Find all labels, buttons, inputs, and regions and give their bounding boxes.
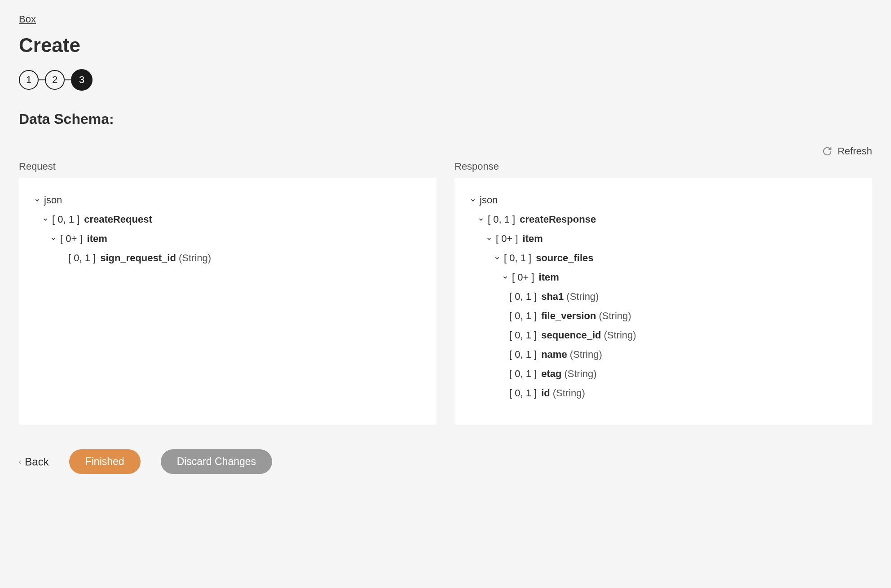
request-column: Request json [ 0, 1 ] createRequest [ — [19, 161, 437, 425]
cardinality: [ 0, 1 ] — [509, 289, 537, 304]
tree-node-id[interactable]: [ 0, 1 ] id (String) — [469, 383, 858, 403]
node-label: json — [44, 193, 62, 207]
node-name: etag — [541, 366, 561, 381]
step-1[interactable]: 1 — [19, 70, 39, 90]
node-name: item — [87, 231, 107, 246]
step-2[interactable]: 2 — [45, 70, 65, 90]
discard-button[interactable]: Discard Changes — [161, 449, 272, 474]
tree-node-name[interactable]: [ 0, 1 ] name (String) — [469, 345, 858, 364]
tree-node-create-request[interactable]: [ 0, 1 ] createRequest — [33, 210, 422, 229]
cardinality: [ 0, 1 ] — [509, 366, 537, 381]
node-type: (String) — [566, 289, 599, 304]
tree-node-etag[interactable]: [ 0, 1 ] etag (String) — [469, 364, 858, 383]
cardinality: [ 0, 1 ] — [68, 250, 96, 265]
tree-node-item[interactable]: [ 0+ ] item — [469, 268, 858, 287]
footer-actions: ‹ Back Finished Discard Changes — [19, 449, 872, 474]
cardinality: [ 0, 1 ] — [509, 308, 537, 323]
node-name: id — [541, 386, 550, 400]
tree-node-source-files[interactable]: [ 0, 1 ] source_files — [469, 248, 858, 268]
node-type: (String) — [599, 308, 631, 323]
cardinality: [ 0+ ] — [60, 231, 83, 246]
section-title: Data Schema: — [19, 111, 872, 127]
step-connector — [39, 79, 45, 80]
refresh-icon — [822, 146, 832, 156]
cardinality: [ 0, 1 ] — [509, 328, 537, 342]
cardinality: [ 0+ ] — [496, 231, 518, 246]
tree-node-sign-request-id[interactable]: · [ 0, 1 ] sign_request_id (String) — [33, 248, 422, 268]
cardinality: [ 0, 1 ] — [504, 250, 531, 265]
chevron-left-icon: ‹ — [19, 458, 21, 466]
node-name: file_version — [541, 308, 596, 323]
breadcrumb-link-box[interactable]: Box — [19, 13, 36, 25]
node-name: source_files — [536, 250, 593, 265]
tree-node-sha1[interactable]: [ 0, 1 ] sha1 (String) — [469, 287, 858, 306]
tree-node-create-response[interactable]: [ 0, 1 ] createResponse — [469, 210, 858, 229]
stepper: 1 2 3 — [19, 69, 872, 91]
node-name: createResponse — [520, 212, 596, 227]
finished-button[interactable]: Finished — [69, 449, 141, 474]
tree-node-json[interactable]: json — [469, 190, 858, 210]
node-name: sha1 — [541, 289, 564, 304]
request-panel: json [ 0, 1 ] createRequest [ 0+ ] item … — [19, 178, 437, 425]
node-type: (String) — [564, 366, 596, 381]
cardinality: [ 0+ ] — [512, 270, 534, 285]
cardinality: [ 0, 1 ] — [509, 347, 537, 362]
tree-node-json[interactable]: json — [33, 190, 422, 210]
node-type: (String) — [553, 386, 585, 400]
node-type: (String) — [179, 250, 211, 265]
request-label: Request — [19, 161, 437, 172]
node-name: sign_request_id — [100, 250, 176, 265]
chevron-down-icon — [49, 235, 57, 243]
cardinality: [ 0, 1 ] — [488, 212, 515, 227]
node-label: json — [480, 193, 498, 207]
chevron-down-icon — [477, 215, 485, 224]
response-panel: json [ 0, 1 ] createResponse [ 0+ ] item — [454, 178, 872, 425]
refresh-button[interactable]: Refresh — [822, 145, 872, 157]
chevron-down-icon — [469, 196, 477, 204]
chevron-down-icon — [33, 196, 41, 204]
step-3[interactable]: 3 — [71, 69, 93, 91]
node-type: (String) — [570, 347, 602, 362]
cardinality: [ 0, 1 ] — [509, 386, 537, 400]
chevron-down-icon — [493, 254, 501, 262]
chevron-down-icon — [501, 273, 509, 281]
response-column: Response json [ 0, 1 ] createResponse — [454, 161, 872, 425]
breadcrumb: Box — [19, 13, 872, 25]
node-name: name — [541, 347, 567, 362]
tree-node-item[interactable]: [ 0+ ] item — [33, 229, 422, 248]
response-label: Response — [454, 161, 872, 172]
refresh-label: Refresh — [838, 145, 872, 157]
node-name: item — [523, 231, 543, 246]
page-title: Create — [19, 34, 872, 57]
tree-node-file-version[interactable]: [ 0, 1 ] file_version (String) — [469, 306, 858, 325]
back-label: Back — [25, 456, 49, 468]
tree-node-item[interactable]: [ 0+ ] item — [469, 229, 858, 248]
back-button[interactable]: ‹ Back — [19, 456, 49, 468]
node-name: item — [539, 270, 559, 285]
cardinality: [ 0, 1 ] — [52, 212, 79, 227]
node-type: (String) — [604, 328, 636, 342]
node-name: sequence_id — [541, 328, 601, 342]
tree-node-sequence-id[interactable]: [ 0, 1 ] sequence_id (String) — [469, 325, 858, 345]
chevron-down-icon — [485, 235, 493, 243]
step-connector — [65, 79, 71, 80]
node-name: createRequest — [84, 212, 152, 227]
chevron-down-icon — [41, 215, 49, 224]
